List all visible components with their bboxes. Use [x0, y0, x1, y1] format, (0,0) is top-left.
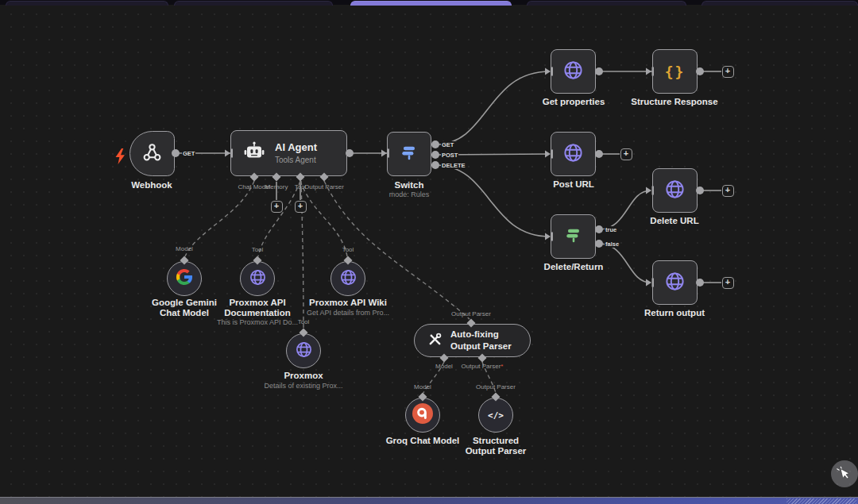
- node-label: Webhook: [131, 180, 172, 190]
- port-label-model: Model: [435, 363, 453, 370]
- globe-icon: [562, 60, 584, 84]
- port-label-model: Model: [176, 245, 193, 252]
- node-label: Return output: [644, 308, 705, 317]
- browser-tab[interactable]: [174, 1, 333, 6]
- node-title: AI Agent: [275, 142, 317, 153]
- node-label: Switch: [394, 180, 423, 190]
- node-google-gemini-chat-model[interactable]: [167, 261, 202, 296]
- port-label-tool: Tool: [252, 246, 264, 253]
- node-delete-return[interactable]: [551, 214, 596, 259]
- lightning-icon: [115, 148, 126, 167]
- globe-icon: [664, 271, 686, 295]
- node-subtitle: Details of existing Prox...: [264, 382, 342, 390]
- port-label-tool: Tool: [298, 318, 310, 325]
- node-auto-fixing-output-parser[interactable]: Auto-fixing Output Parser: [414, 324, 531, 357]
- browser-tab-active[interactable]: [350, 1, 512, 6]
- node-label: Delete/Return: [544, 262, 604, 271]
- add-node-button[interactable]: +: [722, 185, 734, 197]
- node-label: Delete URL: [650, 216, 698, 225]
- node-label: Proxmox API Wiki: [309, 298, 387, 307]
- taskbar-edge: [0, 497, 858, 504]
- taskbar-texture: [786, 498, 856, 504]
- node-groq-chat-model[interactable]: [405, 398, 440, 433]
- port-label-tool: Tool: [342, 246, 354, 253]
- node-label: Structure Response: [631, 97, 717, 106]
- add-node-button[interactable]: +: [271, 201, 283, 213]
- port-label-model: Model: [414, 383, 431, 391]
- globe-icon: [664, 179, 686, 203]
- add-node-button[interactable]: +: [295, 201, 307, 213]
- browser-tab-strip: [0, 0, 858, 5]
- node-subtitle: This is Proxmox API Do...: [217, 318, 298, 326]
- node-switch[interactable]: [387, 132, 431, 176]
- webhook-icon: [141, 141, 163, 166]
- wire-label-true: true: [605, 226, 617, 233]
- groq-icon: [412, 402, 434, 428]
- add-node-button[interactable]: +: [722, 277, 734, 289]
- node-title: Auto-fixing Output Parser: [450, 329, 530, 352]
- node-delete-url[interactable]: [652, 168, 698, 213]
- node-label: Post URL: [553, 179, 594, 189]
- browser-tab[interactable]: [527, 1, 686, 6]
- node-label: Get properties: [543, 97, 605, 106]
- globe-icon: [295, 340, 313, 362]
- globe-icon: [562, 142, 584, 167]
- add-node-button[interactable]: +: [722, 66, 734, 78]
- port-label-output-parser-required: Output Parser*: [462, 363, 504, 370]
- node-proxmox-api-documentation[interactable]: [240, 261, 275, 296]
- required-asterisk: *: [500, 363, 503, 370]
- node-label: Groq Chat Model: [386, 436, 460, 445]
- tools-icon: [427, 331, 443, 351]
- browser-tab[interactable]: [6, 1, 168, 6]
- node-webhook[interactable]: [129, 131, 175, 176]
- node-label: Structured Output Parser: [459, 436, 532, 456]
- switch-icon: [399, 142, 419, 166]
- port-label-memory: Memory: [265, 183, 288, 190]
- add-node-button[interactable]: +: [620, 148, 632, 160]
- if-icon: [563, 225, 584, 248]
- node-label: Proxmox API Documentation: [211, 298, 303, 318]
- node-subtitle: Get API details from Pro...: [307, 309, 389, 317]
- google-g-icon: [176, 268, 193, 289]
- globe-icon: [249, 268, 267, 290]
- node-subtitle: mode: Rules: [389, 190, 430, 198]
- globe-icon: [339, 268, 358, 290]
- port-label-output-parser: Output Parser: [451, 310, 491, 317]
- wire-label-get: GET: [182, 150, 195, 157]
- wire-label-false: false: [605, 240, 620, 248]
- code-icon: </>: [488, 410, 504, 421]
- braces-icon: {}: [665, 63, 686, 80]
- wire-label-delete: DELETE: [441, 162, 466, 169]
- cursor-icon: [831, 460, 858, 487]
- node-subtitle: Tools Agent: [275, 156, 317, 164]
- node-structured-output-parser[interactable]: </>: [478, 398, 513, 433]
- port-label-output-parser: Output Parser: [476, 383, 516, 391]
- node-label: Proxmox: [284, 371, 323, 380]
- robot-icon: [242, 141, 266, 166]
- wire-label-get: GET: [441, 141, 454, 148]
- node-ai-agent[interactable]: AI Agent Tools Agent: [230, 130, 347, 176]
- node-proxmox-api-wiki[interactable]: [330, 261, 365, 296]
- node-proxmox[interactable]: [286, 333, 321, 368]
- port-label-output-parser: Output Parser: [304, 183, 344, 190]
- node-structure-response[interactable]: {}: [652, 49, 698, 94]
- node-get-properties[interactable]: [551, 49, 596, 94]
- wire-label-post: POST: [441, 152, 458, 159]
- browser-tab[interactable]: [701, 1, 858, 6]
- node-post-url[interactable]: [551, 132, 596, 176]
- node-return-output[interactable]: [652, 260, 698, 305]
